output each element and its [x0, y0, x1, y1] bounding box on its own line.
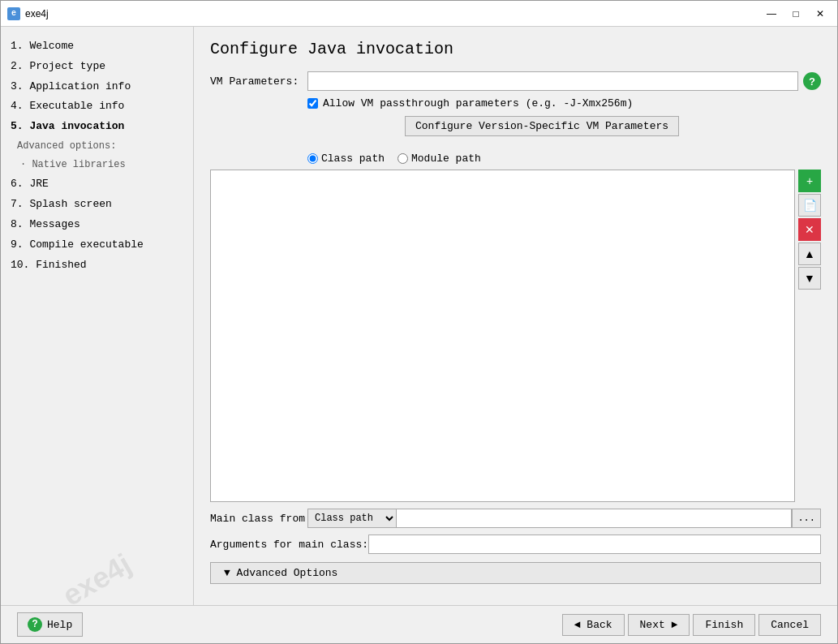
finish-button[interactable]: Finish: [693, 614, 755, 636]
title-controls: — □ ✕: [761, 6, 831, 22]
advanced-options-button[interactable]: ▼ Advanced Options: [210, 562, 821, 584]
edit-icon: 📄: [803, 199, 817, 212]
footer-right: ◄ Back Next ► Finish Cancel: [562, 614, 821, 636]
close-button[interactable]: ✕: [810, 6, 831, 22]
cancel-button[interactable]: Cancel: [758, 614, 821, 636]
sidebar-item-advanced-options-label: Advanced options:: [7, 137, 187, 156]
configure-version-specific-button[interactable]: Configure Version-Specific VM Parameters: [405, 116, 679, 136]
main-content: 1. Welcome 2. Project type 3. Applicatio…: [1, 27, 837, 605]
minimize-button[interactable]: —: [761, 6, 782, 22]
sidebar: 1. Welcome 2. Project type 3. Applicatio…: [1, 27, 194, 605]
back-button[interactable]: ◄ Back: [562, 614, 625, 636]
title-bar-left: e exe4j: [7, 7, 49, 20]
sidebar-item-project-type[interactable]: 2. Project type: [7, 57, 187, 77]
main-class-from-select[interactable]: Class path Module path: [307, 509, 397, 528]
sidebar-watermark: exe4j: [5, 517, 188, 605]
module-path-radio-option[interactable]: Module path: [398, 152, 481, 165]
sidebar-item-native-libraries[interactable]: · Native libraries: [7, 156, 187, 174]
footer-left: ? Help: [17, 612, 83, 637]
class-path-radio[interactable]: [307, 153, 318, 164]
allow-vm-passthrough-checkbox[interactable]: [307, 98, 318, 109]
class-path-radio-option[interactable]: Class path: [307, 152, 385, 165]
sidebar-item-application-info[interactable]: 3. Application info: [7, 77, 187, 97]
sidebar-item-messages[interactable]: 8. Messages: [7, 215, 187, 235]
main-class-label: Main class from: [210, 513, 307, 525]
sidebar-item-jre[interactable]: 6. JRE: [7, 174, 187, 195]
allow-vm-passthrough-label[interactable]: Allow VM passthrough parameters (e.g. -J…: [323, 97, 633, 109]
vm-parameters-row: VM Parameters: ?: [210, 71, 821, 91]
content-area: Configure Java invocation VM Parameters:…: [194, 27, 837, 605]
sidebar-item-splash-screen[interactable]: 7. Splash screen: [7, 195, 187, 215]
classpath-remove-button[interactable]: ✕: [798, 218, 821, 241]
window-title: exe4j: [25, 8, 49, 19]
sidebar-item-executable-info[interactable]: 4. Executable info: [7, 97, 187, 117]
footer: ? Help ◄ Back Next ► Finish Cancel: [1, 605, 837, 643]
classpath-up-button[interactable]: ▲: [798, 243, 821, 265]
vm-parameters-help-button[interactable]: ?: [803, 72, 821, 90]
main-class-row: Main class from Class path Module path .…: [210, 509, 821, 528]
sidebar-item-finished[interactable]: 10. Finished: [7, 255, 187, 276]
vm-parameters-input[interactable]: [307, 71, 798, 91]
arguments-row: Arguments for main class:: [210, 535, 821, 554]
classpath-action-buttons: + 📄 ✕ ▲ ▼: [798, 170, 821, 502]
main-class-browse-button[interactable]: ...: [792, 509, 821, 528]
arguments-input[interactable]: [368, 535, 821, 554]
classpath-list[interactable]: [210, 170, 795, 502]
sidebar-item-java-invocation[interactable]: 5. Java invocation: [7, 117, 187, 137]
title-bar: e exe4j — □ ✕: [1, 1, 837, 27]
help-icon: ?: [28, 617, 42, 632]
maximize-button[interactable]: □: [785, 6, 806, 22]
help-button[interactable]: ? Help: [17, 612, 83, 637]
next-button[interactable]: Next ►: [628, 614, 690, 636]
path-type-radio-row: Class path Module path: [307, 152, 821, 165]
classpath-down-button[interactable]: ▼: [798, 267, 821, 290]
app-icon: e: [7, 7, 20, 20]
sidebar-item-welcome[interactable]: 1. Welcome: [7, 36, 187, 57]
module-path-radio[interactable]: [398, 153, 408, 164]
arguments-label: Arguments for main class:: [210, 539, 368, 551]
page-title: Configure Java invocation: [210, 40, 821, 58]
allow-vm-passthrough-row: Allow VM passthrough parameters (e.g. -J…: [307, 97, 821, 109]
main-class-input[interactable]: [397, 509, 792, 528]
vm-parameters-label: VM Parameters:: [210, 75, 307, 88]
classpath-add-button[interactable]: +: [798, 170, 821, 192]
classpath-area-container: + 📄 ✕ ▲ ▼: [210, 170, 821, 502]
classpath-edit-button[interactable]: 📄: [798, 194, 821, 217]
sidebar-item-compile-executable[interactable]: 9. Compile executable: [7, 235, 187, 255]
main-window: e exe4j — □ ✕ 1. Welcome 2. Project type…: [0, 0, 838, 644]
